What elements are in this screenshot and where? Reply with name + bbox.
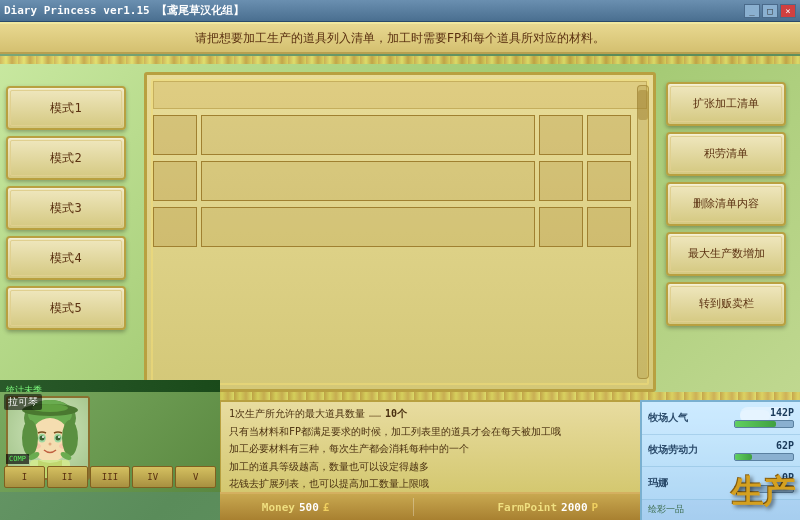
comp-badge: COMP — [6, 454, 29, 464]
stat-2-label: 牧场劳动力 — [648, 443, 698, 457]
scroll-bar[interactable] — [637, 85, 649, 379]
craft-cell — [539, 161, 583, 201]
production-label: 生产 — [731, 471, 795, 515]
craft-cell — [201, 207, 535, 247]
scroll-thumb[interactable] — [638, 90, 648, 120]
money-item: Money 500 £ — [262, 501, 330, 514]
craft-cell — [201, 161, 535, 201]
stat-item-2: 牧场劳动力 62P — [642, 435, 800, 468]
craft-cell — [153, 161, 197, 201]
mode-btn-1[interactable]: 模式1 — [6, 86, 126, 130]
craft-row-2 — [153, 161, 631, 201]
character-name: 拉可琴 — [4, 394, 42, 410]
production-label-area: 生产 — [725, 465, 800, 520]
info-line-1: 1次生产所允许的最大道具数量 …… 10个 — [229, 406, 632, 423]
top-border-decoration — [0, 56, 800, 64]
craft-cell — [201, 115, 535, 155]
stat-2-bar — [734, 453, 794, 461]
stat-1-value-area: 142P — [734, 407, 794, 428]
stat-2-value-area: 62P — [734, 440, 794, 461]
fp-amount: 2000 — [561, 501, 588, 514]
right-action-panel: 扩张加工清单 积劳清单 删除清单内容 最大生产数增加 转到贩卖栏 — [660, 64, 800, 400]
fp-unit: P — [592, 501, 599, 514]
right-stat-panel: 牧场人气 142P 牧场劳动力 62P 玛娜 — [640, 400, 800, 520]
info-line-2: 只有当材料和FP都满足要求的时候，加工列表里的道具才会在每天被加工哦 — [229, 424, 632, 441]
info-line-3: 加工必要材料有三种，每次生产都会消耗每种中的一个 — [229, 441, 632, 458]
nav-btn-4[interactable]: IV — [132, 466, 173, 488]
svg-point-9 — [56, 436, 61, 441]
info-text-section: 1次生产所允许的最大道具数量 …… 10个 只有当材料和FP都满足要求的时候，加… — [220, 400, 640, 492]
minimize-button[interactable]: _ — [744, 4, 760, 18]
stat-2-bar-fill — [735, 454, 752, 460]
title-bar: Diary Princess ver1.15 【鸢尾草汉化组】 _ □ × — [0, 0, 800, 22]
svg-point-8 — [40, 436, 45, 441]
svg-point-12 — [49, 443, 52, 446]
craft-row-3 — [153, 207, 631, 247]
svg-point-16 — [62, 420, 78, 456]
maximize-button[interactable]: □ — [762, 4, 778, 18]
money-unit: £ — [323, 501, 330, 514]
mode-btn-4[interactable]: 模式4 — [6, 236, 126, 280]
svg-point-11 — [58, 436, 60, 438]
craft-cell — [153, 207, 197, 247]
nav-btn-5[interactable]: V — [175, 466, 216, 488]
money-divider — [413, 498, 414, 516]
nav-btn-2[interactable]: II — [47, 466, 88, 488]
stat-2-value: 62P — [776, 440, 794, 451]
stat-item-1: 牧场人气 142P — [642, 402, 800, 435]
stat-1-label: 牧场人气 — [648, 411, 688, 425]
info-line-5: 花钱去扩展列表，也可以提高加工数量上限哦 — [229, 476, 632, 492]
info-line-4: 加工的道具等级越高，数量也可以设定得越多 — [229, 459, 632, 476]
craft-cell — [587, 161, 631, 201]
fp-label: FarmPoint — [497, 501, 557, 514]
craft-table — [144, 72, 656, 392]
stat-1-value: 142P — [770, 407, 794, 418]
notice-text: 请把想要加工生产的道具列入清单，加工时需要FP和每个道具所对应的材料。 — [195, 30, 605, 47]
money-bar: Money 500 £ FarmPoint 2000 P — [220, 492, 640, 520]
left-mode-panel: 模式1 模式2 模式3 模式4 模式5 — [0, 64, 140, 400]
window-title: Diary Princess ver1.15 【鸢尾草汉化组】 — [4, 3, 244, 18]
craft-cell — [539, 207, 583, 247]
craft-cell — [587, 115, 631, 155]
farmpoint-item: FarmPoint 2000 P — [497, 501, 598, 514]
delete-list-button[interactable]: 删除清单内容 — [666, 182, 786, 226]
craft-cell — [587, 207, 631, 247]
stat-extra-label: 绘彩一品 — [648, 503, 684, 516]
money-label: Money — [262, 501, 295, 514]
window-controls: _ □ × — [744, 4, 796, 18]
table-header-row — [153, 81, 647, 109]
mode-btn-5[interactable]: 模式5 — [6, 286, 126, 330]
close-button[interactable]: × — [780, 4, 796, 18]
expand-list-button[interactable]: 扩张加工清单 — [666, 82, 786, 126]
stat-1-bar-fill — [735, 421, 776, 427]
craft-table-container — [140, 64, 660, 400]
svg-point-10 — [42, 436, 44, 438]
craft-row-1 — [153, 115, 631, 155]
stat-3-label: 玛娜 — [648, 476, 668, 490]
goto-sell-button[interactable]: 转到贩卖栏 — [666, 282, 786, 326]
accumulate-list-button[interactable]: 积劳清单 — [666, 132, 786, 176]
mode-btn-3[interactable]: 模式3 — [6, 186, 126, 230]
nav-btn-1[interactable]: I — [4, 466, 45, 488]
game-area: 请把想要加工生产的道具列入清单，加工时需要FP和每个道具所对应的材料。 模式1 … — [0, 22, 800, 520]
svg-point-15 — [22, 420, 38, 456]
increase-max-button[interactable]: 最大生产数增加 — [666, 232, 786, 276]
craft-cell — [539, 115, 583, 155]
stat-1-bar — [734, 420, 794, 428]
craft-cell — [153, 115, 197, 155]
nav-btn-3[interactable]: III — [90, 466, 131, 488]
nav-row: I II III IV V — [4, 466, 216, 488]
mode-btn-2[interactable]: 模式2 — [6, 136, 126, 180]
money-amount: 500 — [299, 501, 319, 514]
character-area: 拉可琴 COMP I II III IV V — [0, 392, 220, 492]
notice-bar: 请把想要加工生产的道具列入清单，加工时需要FP和每个道具所对应的材料。 — [0, 22, 800, 54]
